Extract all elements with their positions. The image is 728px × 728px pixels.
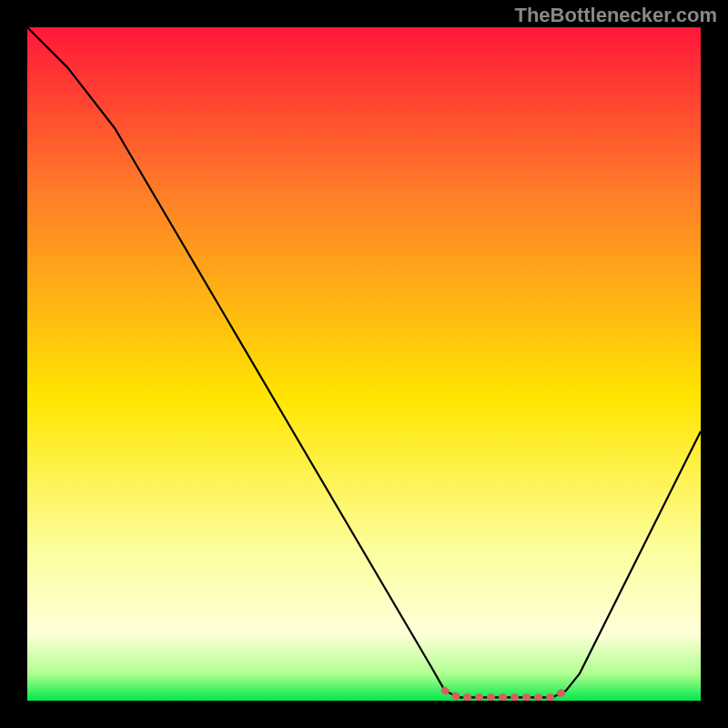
chart-svg xyxy=(27,27,701,701)
plot-area xyxy=(27,27,701,701)
chart-container: TheBottlenecker.com xyxy=(0,0,728,728)
gradient-background xyxy=(27,27,701,701)
watermark-text: TheBottlenecker.com xyxy=(514,4,717,27)
